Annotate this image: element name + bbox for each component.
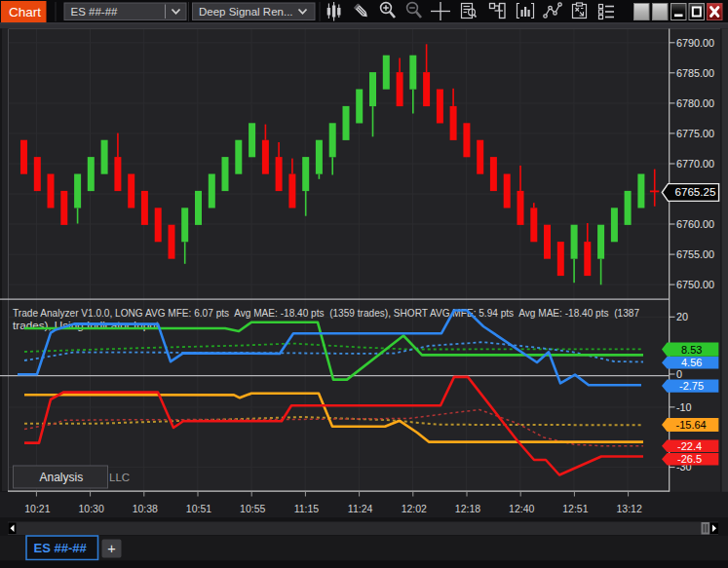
svg-text:LLC: LLC [109, 472, 130, 483]
svg-text:ES ##-##: ES ##-## [71, 6, 119, 18]
svg-text:11:24: 11:24 [348, 503, 373, 514]
svg-text:12:02: 12:02 [402, 503, 427, 514]
svg-text:20: 20 [676, 311, 688, 322]
svg-text:Analysis: Analysis [40, 471, 84, 484]
svg-text:-26.5: -26.5 [677, 453, 702, 465]
svg-text:Chart: Chart [9, 5, 41, 19]
svg-text:4.56: 4.56 [681, 357, 702, 368]
svg-text:12:40: 12:40 [509, 503, 534, 514]
svg-text:6770.00: 6770.00 [676, 158, 714, 170]
svg-text:6790.00: 6790.00 [676, 37, 714, 49]
svg-text:6775.00: 6775.00 [676, 128, 714, 139]
svg-text:11:15: 11:15 [294, 503, 320, 514]
svg-text:Deep Signal Ren...: Deep Signal Ren... [199, 6, 293, 18]
svg-text:13:12: 13:12 [616, 503, 641, 514]
svg-text:6760.00: 6760.00 [676, 218, 714, 230]
svg-text:6785.00: 6785.00 [676, 67, 714, 79]
svg-text:12:18: 12:18 [455, 503, 480, 514]
svg-text:8.53: 8.53 [681, 344, 702, 356]
svg-text:+: + [107, 541, 115, 556]
svg-text:Trade Analyzer V1.0.0, LONG AV: Trade Analyzer V1.0.0, LONG AVG MFE: 6.0… [13, 307, 639, 319]
svg-text:6780.00: 6780.00 [676, 97, 714, 109]
svg-text:ES ##-##: ES ##-## [34, 541, 88, 555]
svg-text:6765.25: 6765.25 [675, 185, 716, 198]
svg-text:10:51: 10:51 [186, 503, 211, 514]
svg-text:10:55: 10:55 [240, 503, 265, 514]
svg-text:10:38: 10:38 [133, 503, 158, 514]
svg-text:12:51: 12:51 [562, 503, 588, 514]
svg-text:10:30: 10:30 [78, 503, 103, 514]
svg-text:-2.75: -2.75 [679, 380, 704, 392]
svg-text:10:21: 10:21 [24, 503, 50, 514]
svg-text:-10: -10 [676, 401, 692, 413]
svg-text:-15.64: -15.64 [676, 419, 707, 431]
svg-text:-22.4: -22.4 [677, 440, 702, 452]
svg-text:6755.00: 6755.00 [676, 248, 714, 260]
svg-text:0: 0 [676, 368, 682, 380]
svg-text:6750.00: 6750.00 [676, 279, 714, 290]
